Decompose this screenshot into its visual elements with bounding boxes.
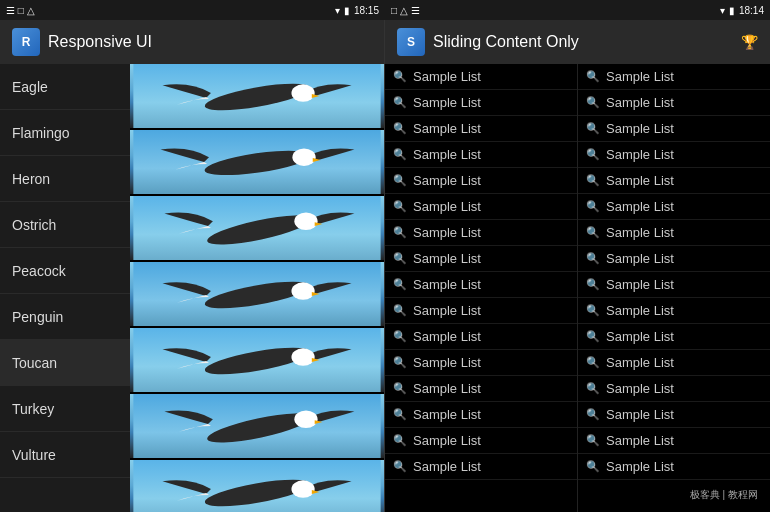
right-status-icons: □ △ ☰ — [391, 5, 420, 16]
sample-column-1: 🔍 Sample List 🔍 Sample List 🔍 Sample Lis… — [385, 64, 578, 512]
svg-point-17 — [294, 410, 317, 427]
search-icon: 🔍 — [586, 96, 600, 109]
right-status-bar: □ △ ☰ ▾ ▮ 18:14 — [385, 0, 770, 20]
bird-item-heron[interactable]: Heron — [0, 156, 130, 202]
list-item[interactable]: 🔍 Sample List — [385, 116, 577, 142]
list-item[interactable]: 🔍 Sample List — [578, 64, 770, 90]
search-icon: 🔍 — [393, 356, 407, 369]
search-icon: 🔍 — [586, 278, 600, 291]
svg-point-5 — [292, 148, 315, 165]
search-icon: 🔍 — [586, 460, 600, 473]
search-icon: 🔍 — [393, 252, 407, 265]
left-app-icon: R — [12, 28, 40, 56]
search-icon: 🔍 — [393, 460, 407, 473]
list-item[interactable]: 🔍 Sample List — [385, 142, 577, 168]
search-icon: 🔍 — [393, 434, 407, 447]
search-icon: 🔍 — [393, 174, 407, 187]
bird-item-vulture[interactable]: Vulture — [0, 432, 130, 478]
list-item[interactable]: 🔍 Sample List — [385, 220, 577, 246]
list-item[interactable]: 🔍 Sample List — [385, 64, 577, 90]
search-icon: 🔍 — [393, 330, 407, 343]
bird-item-peacock[interactable]: Peacock — [0, 248, 130, 294]
bird-list[interactable]: Eagle Flamingo Heron Ostrich Peacock Pen… — [0, 64, 130, 512]
list-item[interactable]: 🔍 Sample List — [578, 350, 770, 376]
search-icon: 🔍 — [586, 304, 600, 317]
right-battery-icon: ▮ — [729, 5, 735, 16]
search-icon: 🔍 — [586, 252, 600, 265]
list-item[interactable]: 🔍 Sample List — [578, 428, 770, 454]
search-icon: 🔍 — [586, 200, 600, 213]
right-header: S Sliding Content Only 🏆 — [385, 20, 770, 64]
left-time: 18:15 — [354, 5, 379, 16]
list-item[interactable]: 🔍 Sample List — [385, 350, 577, 376]
svg-point-11 — [291, 282, 314, 299]
right-panel: S Sliding Content Only 🏆 🔍 Sample List 🔍… — [385, 20, 770, 512]
list-item[interactable]: 🔍 Sample List — [578, 376, 770, 402]
bird-item-eagle[interactable]: Eagle — [0, 64, 130, 110]
left-content: Eagle Flamingo Heron Ostrich Peacock Pen… — [0, 64, 384, 512]
bird-item-flamingo[interactable]: Flamingo — [0, 110, 130, 156]
svg-point-20 — [291, 480, 314, 497]
bird-item-penguin[interactable]: Penguin — [0, 294, 130, 340]
trophy-icon: 🏆 — [741, 34, 758, 50]
list-item[interactable]: 🔍 Sample List — [385, 428, 577, 454]
eagle-image-5 — [130, 328, 384, 394]
watermark: 极客典 | 教程网 — [686, 486, 762, 504]
left-icon-letter: R — [22, 35, 31, 49]
sample-column-2: 🔍 Sample List 🔍 Sample List 🔍 Sample Lis… — [578, 64, 770, 512]
list-item[interactable]: 🔍 Sample List — [385, 246, 577, 272]
left-header-title: Responsive UI — [48, 33, 152, 51]
search-icon: 🔍 — [586, 382, 600, 395]
list-item[interactable]: 🔍 Sample List — [385, 454, 577, 480]
right-header-title: Sliding Content Only — [433, 33, 733, 51]
list-item[interactable]: 🔍 Sample List — [385, 194, 577, 220]
search-icon: 🔍 — [586, 148, 600, 161]
search-icon: 🔍 — [586, 356, 600, 369]
search-icon: 🔍 — [586, 408, 600, 421]
list-item[interactable]: 🔍 Sample List — [578, 90, 770, 116]
list-item[interactable]: 🔍 Sample List — [385, 376, 577, 402]
list-item[interactable]: 🔍 Sample List — [578, 116, 770, 142]
list-item[interactable]: 🔍 Sample List — [385, 272, 577, 298]
search-icon: 🔍 — [586, 122, 600, 135]
search-icon: 🔍 — [393, 304, 407, 317]
right-status-right: ▾ ▮ 18:14 — [720, 5, 764, 16]
eagle-image-6 — [130, 394, 384, 460]
search-icon: 🔍 — [586, 330, 600, 343]
left-status-left-icons: ☰ □ △ — [6, 5, 35, 16]
left-status-right: ▾ ▮ 18:15 — [335, 5, 379, 16]
left-wifi-icon: ▾ — [335, 5, 340, 16]
right-status-left-icons: □ △ ☰ — [391, 5, 420, 16]
search-icon: 🔍 — [586, 70, 600, 83]
list-item[interactable]: 🔍 Sample List — [578, 402, 770, 428]
search-icon: 🔍 — [393, 226, 407, 239]
bird-item-turkey[interactable]: Turkey — [0, 386, 130, 432]
bird-item-toucan[interactable]: Toucan — [0, 340, 130, 386]
search-icon: 🔍 — [586, 226, 600, 239]
list-item[interactable]: 🔍 Sample List — [578, 324, 770, 350]
search-icon: 🔍 — [393, 122, 407, 135]
bird-item-ostrich[interactable]: Ostrich — [0, 202, 130, 248]
list-item[interactable]: 🔍 Sample List — [578, 246, 770, 272]
list-item[interactable]: 🔍 Sample List — [578, 272, 770, 298]
list-item[interactable]: 🔍 Sample List — [385, 298, 577, 324]
list-item[interactable]: 🔍 Sample List — [385, 90, 577, 116]
list-item[interactable]: 🔍 Sample List — [385, 324, 577, 350]
right-icon-letter: S — [407, 35, 415, 49]
eagle-image-2 — [130, 130, 384, 196]
search-icon: 🔍 — [393, 382, 407, 395]
list-item[interactable]: 🔍 Sample List — [578, 220, 770, 246]
list-item[interactable]: 🔍 Sample List — [385, 168, 577, 194]
list-item[interactable]: 🔍 Sample List — [385, 402, 577, 428]
list-item[interactable]: 🔍 Sample List — [578, 454, 770, 480]
right-time: 18:14 — [739, 5, 764, 16]
list-item[interactable]: 🔍 Sample List — [578, 194, 770, 220]
svg-point-2 — [291, 84, 314, 101]
search-icon: 🔍 — [586, 174, 600, 187]
list-item[interactable]: 🔍 Sample List — [578, 168, 770, 194]
search-icon: 🔍 — [393, 70, 407, 83]
eagle-images — [130, 64, 384, 512]
list-item[interactable]: 🔍 Sample List — [578, 142, 770, 168]
list-item[interactable]: 🔍 Sample List — [578, 298, 770, 324]
search-icon: 🔍 — [393, 96, 407, 109]
